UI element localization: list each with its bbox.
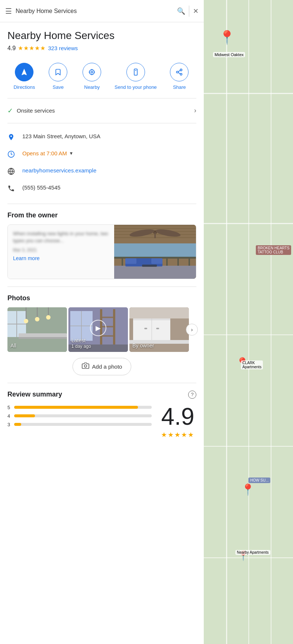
map-pin-main: 📍 [219,30,235,45]
photo-latest[interactable]: ▶ Latest 1 day ago [68,307,128,352]
onsite-services-section[interactable]: ✓ Onsite services › [7,98,196,123]
directions-label: Directions [14,84,35,91]
big-rating-stars: ★★★★★ [161,431,194,439]
hours-row[interactable]: Opens at 7:00 AM ▾ [7,146,196,164]
share-button[interactable]: Share [168,63,190,91]
map-label-broken-hearts: BROKEN HEARTSTATTOO CLUB [256,245,291,255]
share-label: Share [173,84,186,91]
photos-section: Photos [7,287,196,383]
svg-rect-37 [125,258,136,264]
svg-point-49 [46,315,51,320]
checkmark-icon: ✓ [7,107,13,115]
help-icon[interactable]: ? [188,391,196,399]
owner-card[interactable]: When installing new lights in your home,… [7,224,196,279]
svg-rect-66 [144,328,147,329]
send-to-phone-icon-circle [126,63,145,81]
svg-rect-39 [142,265,157,267]
photos-heading: Photos [7,294,196,302]
svg-rect-38 [151,258,162,264]
business-title: Nearby Home Services [7,30,196,42]
close-icon[interactable]: ✕ [193,7,199,15]
save-button[interactable]: Save [47,63,69,91]
road-v-2 [248,0,249,644]
owner-blurred-text: When installing new lights in your home,… [13,230,109,245]
map-panel[interactable]: 📍 📍 📍 📍 Midwest Oaktex BROKEN HEARTSTATT… [204,0,293,644]
photos-grid: All [7,307,196,352]
svg-point-51 [24,319,28,323]
reviews-link[interactable]: 323 reviews [48,45,78,51]
photo-all-label: All [10,342,16,349]
svg-point-10 [180,73,182,75]
nearby-icon-circle [83,63,101,81]
svg-rect-67 [156,328,159,329]
svg-line-11 [178,72,181,74]
save-icon-circle [49,63,67,81]
camera-icon [82,362,89,371]
svg-rect-60 [100,335,115,337]
road-h-3 [204,334,293,335]
chevron-right-icon: › [194,107,196,114]
svg-rect-57 [113,309,115,346]
photo-all-image [7,307,67,352]
onsite-text: Onsite services [17,107,55,114]
review-header: Review summary ? [7,391,196,399]
play-button[interactable]: ▶ [90,320,106,336]
road-h-1 [204,93,293,94]
svg-point-9 [177,71,178,73]
owner-date: Mar 3, 2021 [13,247,109,253]
left-panel: ☰ Nearby Home Services 🔍 ✕ Nearby Home S… [0,0,204,644]
photo-all[interactable]: All [7,307,67,352]
map-label-nearby: Nearby Apartments [235,550,270,555]
owner-room-image [114,225,196,279]
search-bar: ☰ Nearby Home Services 🔍 ✕ [0,0,204,22]
globe-icon [7,168,16,177]
photos-next-arrow[interactable]: › [186,324,198,336]
photo-latest-sublabel: 1 day ago [71,344,91,349]
send-to-phone-label: Send to your phone [115,84,157,91]
phone-row[interactable]: (555) 555-4545 [7,181,196,198]
rating-bars: 5 4 3 [7,405,152,439]
photo-byowner[interactable]: By owner [129,307,189,352]
svg-point-0 [91,71,93,73]
website-text[interactable]: nearbyhomeservices.example [22,167,96,174]
svg-point-70 [84,365,87,367]
hours-dropdown-icon[interactable]: ▾ [70,150,73,156]
address-text: 123 Main Street, Anytown, USA [22,133,100,139]
big-rating-col: 4.9 ★★★★★ [159,405,196,439]
nearby-button[interactable]: Nearby [81,63,103,91]
add-photo-button[interactable]: Add a photo [73,358,132,375]
map-label-now: HOW SU... [248,478,270,483]
bar-row-5: 5 [7,405,152,410]
menu-icon[interactable]: ☰ [5,7,12,16]
onsite-row[interactable]: ✓ Onsite services › [7,104,196,117]
details-section: 123 Main Street, Anytown, USA Opens at 7… [7,123,196,204]
rating-number: 4.9 [7,45,16,52]
search-icon[interactable]: 🔍 [177,7,185,15]
svg-point-47 [35,317,39,321]
website-row[interactable]: nearbyhomeservices.example [7,164,196,181]
review-body: 5 4 3 [7,405,196,439]
rating-row: 4.9 ★★★★★ 323 reviews [7,45,196,52]
address-row: 123 Main Street, Anytown, USA [7,129,196,146]
share-icon-circle [170,63,189,81]
onsite-left: ✓ Onsite services [7,107,55,115]
send-to-phone-button[interactable]: Send to your phone [115,63,157,91]
from-owner-section: From the owner When installing new light… [7,204,196,287]
svg-rect-28 [122,256,123,266]
svg-rect-34 [189,256,190,266]
phone-text: (555) 555-4545 [22,184,61,191]
save-label: Save [53,84,64,91]
main-content: Nearby Home Services 4.9 ★★★★★ 323 revie… [0,22,204,446]
bar-5-label: 5 [7,405,11,410]
clock-icon [7,151,16,160]
search-text: Nearby Home Services [16,8,173,14]
review-heading: Review summary [7,391,62,398]
svg-rect-69 [129,307,189,318]
learn-more-link[interactable]: Learn more [13,255,40,261]
bar-row-3: 3 [7,422,152,427]
phone-icon [7,185,16,194]
from-owner-heading: From the owner [7,211,196,219]
directions-button[interactable]: Directions [13,63,35,91]
hours-row-inner[interactable]: Opens at 7:00 AM ▾ [22,150,73,156]
svg-rect-45 [19,337,67,339]
